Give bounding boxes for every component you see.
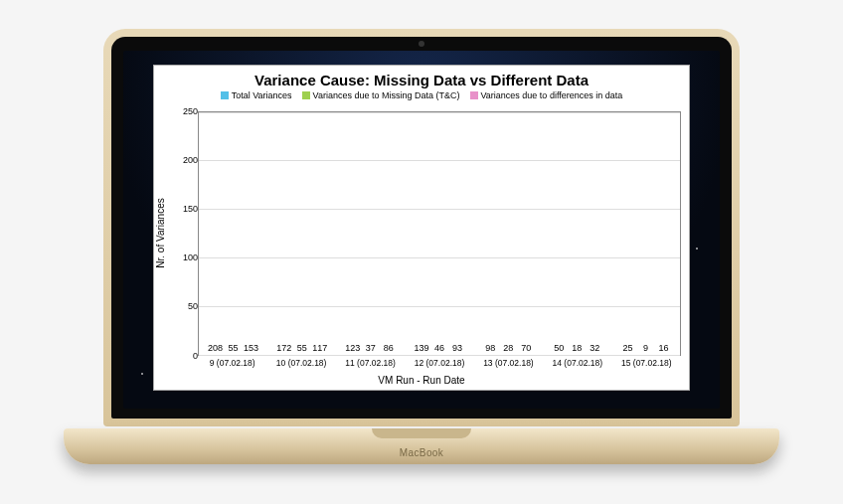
laptop-frame: Variance Cause: Missing Data vs Differen… <box>64 29 779 476</box>
bar-value-label: 18 <box>572 343 582 353</box>
camera-dot <box>419 41 424 47</box>
legend-label: Variances due to Missing Data (T&C) <box>313 90 460 100</box>
legend-swatch <box>221 91 229 99</box>
legend-item: Total Variances <box>221 90 292 100</box>
bar-value-label: 16 <box>658 343 668 353</box>
bar-value-label: 55 <box>229 343 239 353</box>
plot-area-wrap: 2085515317255117123378613946939828705018… <box>198 111 681 356</box>
x-axis-ticks: 9 (07.02.18)10 (07.02.18)11 (07.02.18)12… <box>198 358 681 372</box>
bar-value-label: 55 <box>297 343 307 353</box>
legend-item: Variances due to Missing Data (T&C) <box>302 90 460 100</box>
laptop-lid: Variance Cause: Missing Data vs Differen… <box>103 29 740 426</box>
star-icon <box>141 373 143 375</box>
bar-value-label: 153 <box>244 343 258 353</box>
legend-item: Variances due to differences in data <box>470 90 623 100</box>
bar-value-label: 32 <box>590 343 599 353</box>
bar-value-label: 70 <box>521 343 531 353</box>
star-icon <box>696 248 698 250</box>
legend-label: Variances due to differences in data <box>481 90 623 100</box>
y-axis-ticks: 050100150200250 <box>180 111 198 356</box>
bar-value-label: 46 <box>434 343 444 353</box>
laptop-base: MacBook <box>64 428 779 464</box>
y-tick-label: 100 <box>176 252 198 262</box>
y-axis-label: Nr. of Variances <box>155 198 166 267</box>
screen-bezel: Variance Cause: Missing Data vs Differen… <box>111 37 732 419</box>
chart-legend: Total VariancesVariances due to Missing … <box>154 90 689 100</box>
bar-value-label: 9 <box>643 343 648 353</box>
gridline <box>199 257 680 258</box>
gridline <box>199 160 680 161</box>
gridline <box>199 209 680 210</box>
desktop-wallpaper: Variance Cause: Missing Data vs Differen… <box>123 51 720 409</box>
legend-swatch <box>470 91 478 99</box>
gridline <box>199 355 680 356</box>
bar-value-label: 50 <box>554 343 564 353</box>
bar-value-label: 139 <box>414 343 428 353</box>
x-tick-label: 15 (07.02.18) <box>621 358 672 368</box>
bar-value-label: 86 <box>384 343 394 353</box>
x-tick-label: 13 (07.02.18) <box>483 358 534 368</box>
y-tick-label: 150 <box>176 204 198 214</box>
bar-value-label: 25 <box>622 343 632 353</box>
x-axis-label: VM Run - Run Date <box>154 375 689 386</box>
y-tick-label: 50 <box>176 301 198 311</box>
y-tick-label: 250 <box>176 106 198 116</box>
legend-label: Total Variances <box>232 90 292 100</box>
stage: Variance Cause: Missing Data vs Differen… <box>0 0 843 504</box>
plot-area: 2085515317255117123378613946939828705018… <box>198 111 681 356</box>
x-tick-label: 11 (07.02.18) <box>345 358 396 368</box>
bar-value-label: 123 <box>345 343 360 353</box>
gridline <box>199 112 680 113</box>
legend-swatch <box>302 91 310 99</box>
x-tick-label: 14 (07.02.18) <box>553 358 603 368</box>
gridline <box>199 306 680 307</box>
y-tick-label: 0 <box>176 351 198 361</box>
x-tick-label: 10 (07.02.18) <box>276 358 327 368</box>
bar-value-label: 98 <box>485 343 495 353</box>
bar-value-label: 208 <box>208 343 223 353</box>
chart-panel: Variance Cause: Missing Data vs Differen… <box>153 65 690 391</box>
x-tick-label: 12 (07.02.18) <box>415 358 465 368</box>
bar-value-label: 172 <box>276 343 291 353</box>
bar-value-label: 117 <box>312 343 327 353</box>
bar-value-label: 37 <box>366 343 376 353</box>
chart-title: Variance Cause: Missing Data vs Differen… <box>154 72 689 88</box>
x-tick-label: 9 (07.02.18) <box>210 358 255 368</box>
trackpad-notch <box>372 428 471 438</box>
bar-value-label: 28 <box>503 343 513 353</box>
brand-label: MacBook <box>400 447 444 458</box>
bar-value-label: 93 <box>452 343 462 353</box>
y-tick-label: 200 <box>176 155 198 165</box>
